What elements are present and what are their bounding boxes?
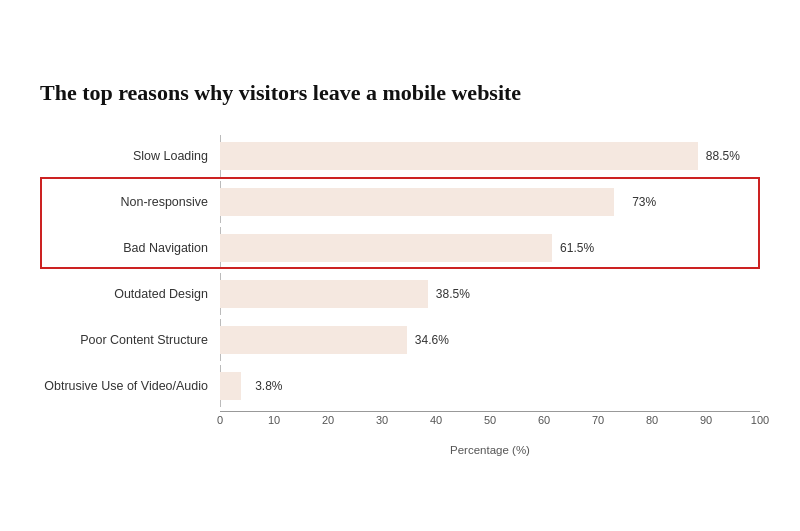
bar-value: 38.5% <box>436 287 470 301</box>
bar-track: 34.6% <box>220 319 760 361</box>
bar-fill: 73% <box>220 188 614 216</box>
bars-area: Slow Loading88.5%Non-responsive73%Bad Na… <box>40 135 760 407</box>
x-axis-tick: 0 <box>217 414 223 426</box>
bar-label: Obtrusive Use of Video/Audio <box>40 379 220 393</box>
bar-track: 61.5% <box>220 227 760 269</box>
bar-label: Bad Navigation <box>40 241 220 255</box>
x-axis-tick: 90 <box>700 414 712 426</box>
bar-label: Non-responsive <box>40 195 220 209</box>
x-axis-tick: 30 <box>376 414 388 426</box>
x-axis-container: 0102030405060708090100 <box>40 411 760 442</box>
bar-row: Slow Loading88.5% <box>40 135 760 177</box>
x-axis-tick: 70 <box>592 414 604 426</box>
bar-fill: 61.5% <box>220 234 552 262</box>
bar-row: Poor Content Structure34.6% <box>40 319 760 361</box>
bar-track: 88.5% <box>220 135 760 177</box>
x-axis-label: Percentage (%) <box>220 444 760 456</box>
bar-value: 88.5% <box>706 149 740 163</box>
bar-track: 38.5% <box>220 273 760 315</box>
bar-value: 61.5% <box>560 241 594 255</box>
bar-fill: 88.5% <box>220 142 698 170</box>
x-axis-tick: 60 <box>538 414 550 426</box>
x-axis-tick: 40 <box>430 414 442 426</box>
x-axis-tick: 50 <box>484 414 496 426</box>
bar-row: Bad Navigation61.5% <box>40 227 760 269</box>
bar-row: Non-responsive73% <box>40 181 760 223</box>
bar-track: 73% <box>220 181 760 223</box>
chart-body: Slow Loading88.5%Non-responsive73%Bad Na… <box>40 135 760 456</box>
chart-container: The top reasons why visitors leave a mob… <box>20 55 780 477</box>
bar-label: Slow Loading <box>40 149 220 163</box>
x-axis: 0102030405060708090100 <box>220 412 760 442</box>
x-axis-tick: 20 <box>322 414 334 426</box>
bar-value: 73% <box>632 195 656 209</box>
chart-title: The top reasons why visitors leave a mob… <box>40 79 760 108</box>
bar-row: Obtrusive Use of Video/Audio3.8% <box>40 365 760 407</box>
x-axis-tick: 100 <box>751 414 769 426</box>
bar-row: Outdated Design38.5% <box>40 273 760 315</box>
bar-fill: 34.6% <box>220 326 407 354</box>
x-axis-tick: 10 <box>268 414 280 426</box>
bar-value: 34.6% <box>415 333 449 347</box>
bar-fill: 38.5% <box>220 280 428 308</box>
bar-label: Poor Content Structure <box>40 333 220 347</box>
bar-fill: 3.8% <box>220 372 241 400</box>
bar-track: 3.8% <box>220 365 760 407</box>
bar-label: Outdated Design <box>40 287 220 301</box>
bar-value: 3.8% <box>255 379 282 393</box>
x-axis-tick: 80 <box>646 414 658 426</box>
